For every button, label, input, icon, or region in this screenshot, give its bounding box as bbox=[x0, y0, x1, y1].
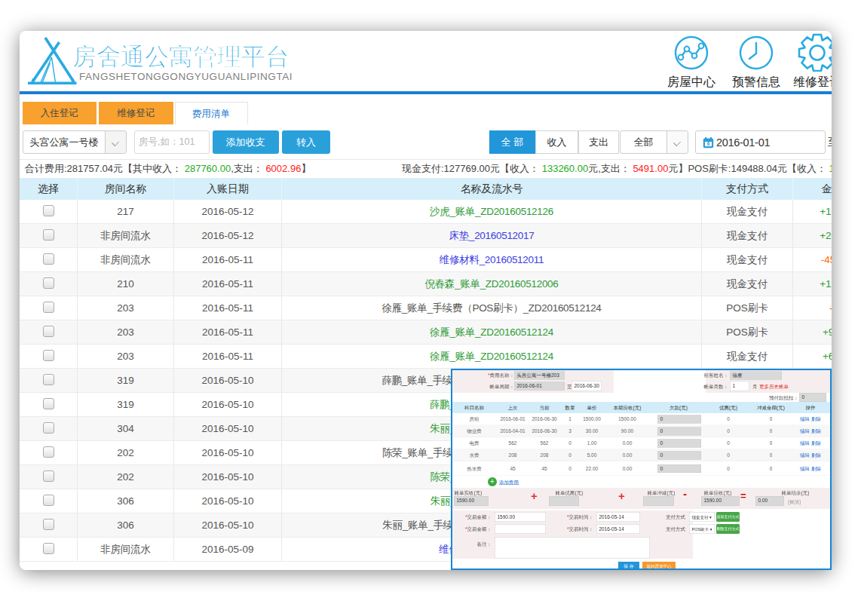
svg-text:6: 6 bbox=[707, 141, 710, 146]
